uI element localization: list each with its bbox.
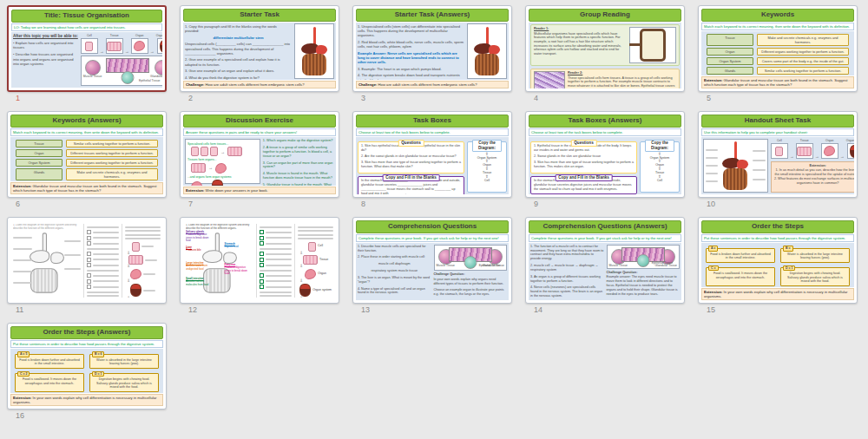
keyword-box[interactable]: Organ System <box>707 57 753 65</box>
tissue-label: Muscle Tissue <box>609 264 628 267</box>
option-line <box>93 259 119 260</box>
order-step-box[interactable]: Water is absorbed in the large intestine… <box>89 354 159 369</box>
slide-thumbnail-1[interactable]: Title: Tissue OrganisationLO: Today we a… <box>7 5 167 92</box>
system-icon <box>850 145 854 158</box>
slide-thumbnail-2[interactable]: Starter Task1. Copy this paragraph and f… <box>180 5 339 92</box>
organ-label-desc: Produces bile <box>186 249 210 252</box>
checkbox-row <box>260 285 292 289</box>
meaning-box[interactable]: Make and secrete chemicals e.g. enzymes … <box>757 34 849 46</box>
slide-title: Order the Steps <box>701 220 854 233</box>
slide-title: Discussion Exercise <box>183 115 336 128</box>
keyword-box[interactable]: Tissue <box>16 140 62 147</box>
reader-2-body: These specialised cells form tissues. A … <box>568 76 676 88</box>
slide-thumbnail-10[interactable]: Handout Sheet TaskUse this information t… <box>698 111 858 198</box>
slide-thumbnail-6[interactable]: Keywords (Answers)Match each keyword to … <box>7 111 167 198</box>
ladder-label: Organ <box>318 272 326 276</box>
sequence-icon-frame <box>131 38 148 54</box>
ladder-line <box>141 246 154 247</box>
slide-number: 6 <box>16 200 167 208</box>
slide-thumbnail-12[interactable]: 1. Label the diagram of the digestive sy… <box>180 217 339 304</box>
meaning-box[interactable]: Similar cells working together to perfor… <box>66 140 158 147</box>
checkbox-row <box>260 252 292 256</box>
slide-subtitle: Use this information to help you to comp… <box>701 128 854 136</box>
question-line <box>260 270 292 272</box>
digestive-system-illustration <box>27 233 67 292</box>
discussion-question: 5. Glandular tissue is found in the mout… <box>263 183 334 186</box>
meaning-box[interactable]: Covers some part of the body e.g. the in… <box>757 57 849 65</box>
epithelial-tissue-micrograph <box>636 254 649 267</box>
system-icon <box>160 40 162 53</box>
checkbox-row <box>87 273 119 278</box>
order-step-box[interactable]: Food is swallowed. It moves down the oes… <box>15 373 84 392</box>
slide-cell: Group ReadingReader 1:Multicellular orga… <box>525 5 685 102</box>
slide-thumbnail-14[interactable]: Comprehension Questions (Answers)Complet… <box>525 217 685 304</box>
tissue-icon <box>227 147 242 156</box>
keyword-box[interactable]: Glands <box>707 67 753 75</box>
slide-thumbnail-7[interactable]: Discussion ExerciseAnswer these question… <box>180 111 339 198</box>
challenge-question-text: Choose an example organ to illustrate yo… <box>434 288 508 297</box>
slide-thumbnail-11[interactable]: 1. Label the diagram of the digestive sy… <box>7 217 167 304</box>
checkbox-icon <box>87 285 91 289</box>
slide-title: Starter Task (Answers) <box>356 9 509 22</box>
question-line <box>87 270 119 272</box>
checkbox-row <box>87 241 119 246</box>
questions-box-title: Questions <box>570 140 596 147</box>
reader-1-box: Reader 1:Multicellular organisms have sp… <box>530 24 680 66</box>
down-arrow-icon: ⇩ <box>299 297 303 298</box>
meaning-box[interactable]: Different organs working together to per… <box>757 48 849 56</box>
meaning-box[interactable]: Similar cells working together to perfor… <box>757 67 849 75</box>
order-step-box[interactable]: Food is broken down further and absorbed… <box>15 354 84 369</box>
slide-thumbnail-13[interactable]: Comprehension QuestionsComplete these qu… <box>352 217 512 304</box>
slide-thumbnail-16[interactable]: Order the Steps (Answers)Put these sente… <box>7 323 167 410</box>
slide-thumbnail-8[interactable]: Task BoxesChoose at least two of the tas… <box>352 111 512 198</box>
cell-icon <box>775 147 783 156</box>
checkbox-row <box>87 285 119 289</box>
sequence-item: Cell <box>771 139 788 159</box>
meaning-box[interactable]: Different tissues working together to pe… <box>66 149 158 157</box>
slide-body: Reader 1:Multicellular organisms have sp… <box>529 23 681 88</box>
keyword-box[interactable]: Glands <box>16 168 62 180</box>
order-step-box[interactable]: Food is swallowed. It moves down the oes… <box>706 267 775 286</box>
order-step-box[interactable]: Digestion begins with chewing food. Sali… <box>89 373 159 392</box>
keyword-box[interactable]: Organ System <box>16 159 62 167</box>
order-step-tag: D = 1 <box>92 371 104 377</box>
footer-label: Extension: <box>13 396 31 400</box>
stomach-shape <box>223 252 237 264</box>
handout-right-column: Cell→Tissue→Organ→Organ SystemExtension:… <box>771 139 854 193</box>
worksheet-heading: 1. Label the diagram of the digestive sy… <box>13 224 81 231</box>
challenge-question-title: Challenge Question: <box>607 271 681 275</box>
label-line <box>64 254 81 256</box>
slide-thumbnail-5[interactable]: KeywordsMatch each keyword to its correc… <box>698 5 858 92</box>
slide-thumbnail-9[interactable]: Task Boxes (Answers)Choose at least two … <box>525 111 685 198</box>
copy-diagram-box-title: Copy the Diagram: <box>645 140 674 152</box>
order-step-box[interactable]: Water is absorbed in the large intestine… <box>780 248 850 263</box>
meaning-box[interactable]: Different organs working together to per… <box>66 159 158 167</box>
slide-thumbnail-3[interactable]: Starter Task (Answers)1. Unspecialised c… <box>352 5 512 92</box>
keyword-box[interactable]: Organ <box>16 149 62 157</box>
label-lines-left <box>706 143 718 188</box>
keyword-box[interactable]: Organ <box>707 48 753 56</box>
worksheet-ladder-column: ⇩⇩⇩⇩ <box>122 224 161 298</box>
fill-blanks-task-box: Copy and Fill in the BlanksIn the stomac… <box>358 176 464 194</box>
ladder-row: Organ system <box>299 284 332 297</box>
extension-line: 2. What features do most exchange surfac… <box>774 177 854 186</box>
slide-body: Questions1. Epithelial tissue in the ski… <box>529 137 681 194</box>
task-line <box>298 230 333 232</box>
meaning-box[interactable]: Make and secrete chemicals e.g. enzymes … <box>66 168 158 180</box>
slide-cell: Starter Task (Answers)1. Unspecialised c… <box>352 5 512 102</box>
order-step-box[interactable]: Digestion begins with chewing food. Sali… <box>780 267 850 286</box>
keyword-box[interactable]: Tissue <box>707 34 753 46</box>
questions-task-box: Questions1. Skin has epithelial tissue. … <box>358 141 464 174</box>
ladder-row: Cell <box>308 242 323 252</box>
comprehension-question: 4. Name a type of specialised cell and a… <box>358 287 431 296</box>
checkbox-row <box>260 279 292 284</box>
slide-thumbnail-4[interactable]: Group ReadingReader 1:Multicellular orga… <box>525 5 685 92</box>
organ-label-desc: Digests food <box>225 246 249 248</box>
tissue-micrograph-image <box>534 71 565 88</box>
ladder-label: Cell <box>484 180 490 183</box>
slide-thumbnail-15[interactable]: Order the StepsPut these sentences in or… <box>698 217 858 304</box>
system-icon <box>212 180 223 186</box>
slide-title: Comprehension Questions (Answers) <box>529 220 681 233</box>
tissue-label: Muscle Tissue <box>83 75 102 78</box>
order-step-box[interactable]: Food is broken down further and absorbed… <box>706 248 775 263</box>
